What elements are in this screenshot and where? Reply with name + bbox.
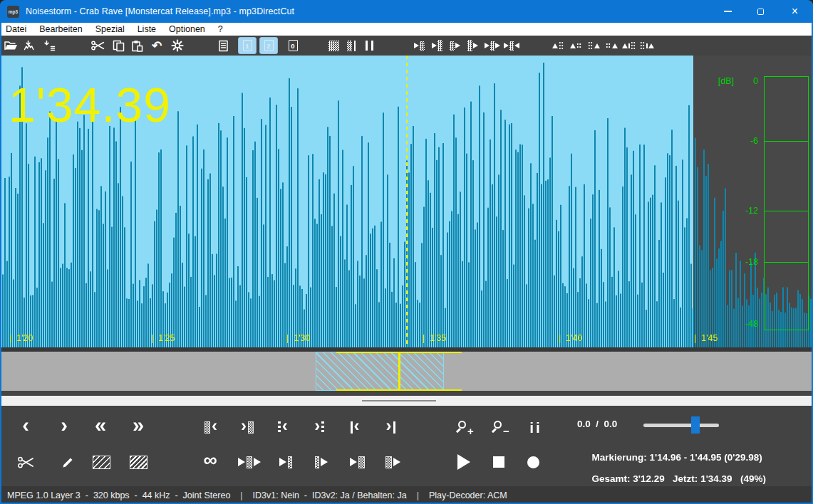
menu-item-liste[interactable]: Liste [131, 23, 162, 36]
toolbar-move-selection-right-button[interactable] [502, 37, 521, 54]
menu-item-datei[interactable]: Datei [0, 23, 33, 36]
seek-forward-icon: » [133, 417, 144, 438]
play-button[interactable] [452, 450, 476, 474]
settings-icon [171, 39, 184, 52]
file-navigator[interactable] [0, 352, 813, 391]
stop-button[interactable] [487, 450, 511, 474]
toolbar-settings-button[interactable] [168, 37, 187, 54]
toolbar-id3-tag-button[interactable]: 0 [284, 37, 302, 54]
waveform-area[interactable]: 1'34.39 | 1'20| 1'25| 1'30| 1'35| 1'40| … [0, 56, 813, 347]
total-value: 3'12.29 [633, 473, 665, 484]
edit-id3-button[interactable] [56, 450, 80, 474]
vu-meter-button[interactable]: ii [524, 415, 548, 439]
toolbar-save-split-button[interactable] [40, 37, 58, 54]
goto-start-icon: ‹ [351, 419, 360, 436]
fade-in-end-icon [570, 43, 582, 48]
percent-value: (49%) [740, 473, 766, 484]
vu-meter-icon: ii [529, 420, 542, 435]
speed-slider-track[interactable] [643, 424, 719, 427]
speed-slider-handle[interactable] [691, 416, 700, 434]
goto-end-button[interactable]: › [378, 415, 403, 439]
db-gridline-0 [764, 141, 809, 142]
maximize-button[interactable] [744, 0, 777, 23]
db-gridline-1 [764, 211, 809, 211]
mark-cut-out-icon [130, 456, 147, 469]
toolbar-file-properties-button[interactable] [214, 37, 232, 54]
toolbar-open-file-button[interactable] [1, 37, 20, 54]
fade-out-begin-icon [588, 41, 600, 50]
toolbar-fade-out-begin-button[interactable] [584, 37, 603, 54]
toolbar-cut-out-step-left-button[interactable] [445, 37, 464, 54]
menu-item-spezial[interactable]: Spezial [89, 23, 131, 36]
menu-item-optionen[interactable]: Optionen [162, 23, 212, 36]
marker-label: Markierung: [592, 452, 647, 463]
navigator-selection-hatch[interactable] [316, 352, 444, 391]
step-back-button[interactable]: ‹ [14, 415, 38, 439]
record-button[interactable] [521, 450, 545, 474]
toolbar-move-selection-left-button[interactable] [483, 37, 502, 54]
toolbar-pause-detection-button[interactable] [360, 37, 378, 54]
close-button[interactable]: × [777, 0, 813, 23]
seek-back-button[interactable]: « [88, 415, 113, 439]
preplay-cut-in-button[interactable] [345, 450, 369, 474]
toolbar-cut-in-step-right-button[interactable] [428, 37, 446, 54]
mark-cut-in-button[interactable] [89, 450, 113, 474]
toolbar-paste-button[interactable] [128, 37, 146, 54]
step-forward-button[interactable]: › [52, 415, 76, 439]
toolbar-copy-button[interactable] [109, 37, 128, 54]
play-around-cut-button[interactable] [237, 450, 261, 474]
db-tick--48: -48 [723, 319, 758, 329]
menu-item-bearbeiten[interactable]: Bearbeiten [33, 23, 88, 36]
zoom-in-button[interactable]: + [454, 415, 478, 439]
fade-in-begin-icon [552, 41, 564, 50]
toolbar-level-view-coarse-button[interactable] [342, 37, 361, 54]
postplay-cut-out-button[interactable] [380, 450, 405, 474]
cut-icon [90, 40, 105, 51]
current-time-display: 1'34.39 [9, 77, 171, 132]
next-pause-button[interactable]: › [307, 415, 331, 439]
toolbar-gain-increase-button[interactable] [638, 37, 656, 54]
toolbar-cut-button[interactable] [88, 37, 107, 54]
goto-cut-in-button[interactable]: ‹ [199, 415, 223, 439]
db-tick--12: -12 [723, 206, 758, 216]
menu-item-hilfe[interactable]: ? [212, 23, 229, 36]
goto-cut-out-button[interactable]: › [235, 415, 259, 439]
seek-forward-button[interactable]: » [126, 415, 150, 439]
toolbar-fade-in-begin-button[interactable] [549, 37, 567, 54]
now-label: Jetzt: [673, 473, 698, 484]
gain-increase-icon [640, 41, 655, 50]
toolbar-cut-out-step-right-button[interactable] [463, 37, 482, 54]
loop-play-button[interactable]: ∞ [198, 450, 222, 474]
toolbar-cut-in-step-left-button[interactable] [410, 37, 428, 54]
total-label: Gesamt: [592, 473, 631, 484]
toolbar-gain-decrease-button[interactable] [620, 37, 638, 54]
close-icon: × [792, 6, 798, 17]
toolbar-part-1-button[interactable]: 1 [238, 37, 257, 54]
db-unit-label: [dB] [684, 76, 734, 86]
play-from-cut-button[interactable] [309, 450, 333, 474]
loop-play-icon: ∞ [203, 454, 217, 470]
play-to-cut-button[interactable] [274, 450, 298, 474]
splitter-handle[interactable] [362, 400, 436, 401]
toolbar-fade-out-end-button[interactable] [602, 37, 621, 54]
toolbar-save-complete-audio-button[interactable] [21, 37, 39, 54]
minimize-button[interactable] [711, 0, 744, 23]
goto-start-button[interactable]: ‹ [343, 415, 367, 439]
mark-cut-out-button[interactable] [126, 450, 150, 474]
toolbar-fade-in-end-button[interactable] [566, 37, 585, 54]
file-properties-icon [217, 40, 229, 52]
navigator-position-cursor[interactable] [398, 352, 400, 391]
toolbar-part-2-button[interactable]: 2 [259, 37, 278, 54]
prev-pause-button[interactable]: ‹ [271, 415, 295, 439]
stop-icon [493, 456, 504, 468]
part-1-icon: 1 [243, 40, 252, 51]
cut-selection-button[interactable] [14, 450, 38, 474]
toolbar-undo-button[interactable]: ↶ [147, 37, 166, 54]
now-value: 1'34.39 [700, 473, 732, 484]
zoom-out-button[interactable]: − [490, 415, 514, 439]
toolbar-level-view-fine-button[interactable] [324, 37, 343, 54]
status-bar: MPEG 1.0 Layer 3 - 320 kbps - 44 kHz - J… [0, 486, 813, 504]
zoom-in-icon: + [458, 421, 474, 434]
ruler-label-1m20: | 1'20 [9, 333, 33, 343]
gap4 [732, 473, 740, 484]
